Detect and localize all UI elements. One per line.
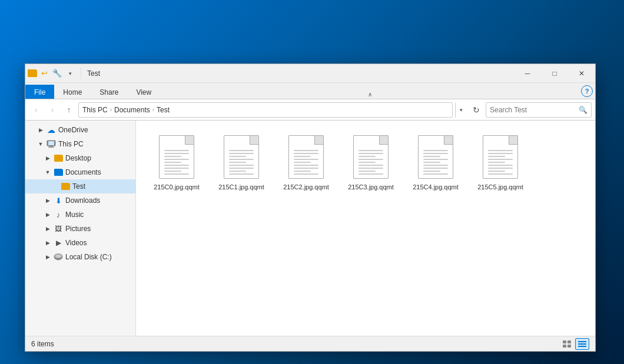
- up-button[interactable]: ↑: [62, 103, 76, 117]
- sidebar-label-downloads: Downloads: [65, 196, 100, 205]
- doc-line: [423, 153, 448, 154]
- view-buttons: [560, 338, 589, 350]
- back-button[interactable]: ‹: [29, 103, 43, 117]
- file-icon: [220, 133, 263, 181]
- sidebar-item-thispc[interactable]: ▼ This PC: [25, 137, 135, 151]
- tab-share[interactable]: Share: [91, 85, 127, 99]
- doc-line: [294, 165, 318, 166]
- sidebar-item-downloads[interactable]: ▶ ⬇ Downloads: [25, 193, 135, 208]
- doc-line: [164, 159, 189, 160]
- doc-line: [229, 156, 246, 157]
- quick-access-properties[interactable]: 🔧: [51, 68, 63, 79]
- search-box[interactable]: 🔍: [486, 102, 592, 118]
- sidebar-item-videos[interactable]: ▶ ▶ Videos: [25, 236, 135, 250]
- doc-line: [359, 173, 383, 175]
- svg-rect-8: [567, 340, 571, 343]
- file-icon: [350, 133, 392, 181]
- doc-line: [164, 171, 181, 172]
- doc-line: [229, 173, 254, 175]
- file-item[interactable]: 215C0.jpg.qqmt: [150, 130, 203, 195]
- doc-lines: [164, 150, 189, 175]
- quick-access-undo[interactable]: ↩: [38, 68, 50, 79]
- sidebar-item-documents[interactable]: ▼ Documents: [25, 165, 135, 179]
- doc-line: [164, 162, 181, 163]
- minimize-button[interactable]: ─: [514, 64, 541, 83]
- expand-arrow-music: ▶: [44, 211, 51, 218]
- search-input[interactable]: [490, 106, 579, 114]
- sidebar-label-pictures: Pictures: [65, 225, 91, 233]
- doc-line: [488, 153, 513, 154]
- doc-line: [294, 162, 311, 163]
- expand-arrow-desktop: ▶: [44, 155, 51, 162]
- file-item[interactable]: 215C5.jpg.qqmt: [474, 130, 527, 195]
- doc-line: [164, 156, 181, 157]
- doc-line: [423, 173, 448, 175]
- quick-access-dropdown[interactable]: ▾: [64, 68, 76, 79]
- doc-line: [423, 159, 448, 160]
- ribbon-collapse-icon[interactable]: ∧: [366, 90, 374, 99]
- file-name: 215C5.jpg.qqmt: [477, 183, 523, 191]
- sidebar-item-drive-c[interactable]: ▶ Local Disk (C:): [25, 250, 135, 264]
- file-item[interactable]: 215C1.jpg.qqmt: [215, 130, 268, 195]
- expand-arrow-videos: ▶: [44, 239, 51, 246]
- doc-line: [294, 150, 318, 151]
- file-item[interactable]: 215C3.jpg.qqmt: [344, 130, 397, 195]
- doc-line: [488, 156, 505, 157]
- file-name: 215C1.jpg.qqmt: [218, 183, 264, 191]
- file-name: 215C0.jpg.qqmt: [154, 183, 200, 191]
- doc-line: [488, 150, 513, 151]
- path-dropdown-button[interactable]: ▾: [455, 102, 467, 118]
- expand-arrow-drive-c: ▶: [44, 253, 51, 261]
- maximize-button[interactable]: □: [541, 64, 568, 83]
- path-test: Test: [157, 106, 170, 114]
- path-arrow-2: ›: [152, 106, 154, 113]
- address-path[interactable]: This PC › Documents › Test: [78, 102, 453, 118]
- doc-line: [423, 162, 440, 163]
- document-icon: [288, 135, 324, 179]
- thispc-icon: [47, 139, 56, 149]
- doc-line: [359, 168, 383, 169]
- file-item[interactable]: 215C4.jpg.qqmt: [409, 130, 462, 195]
- tab-file[interactable]: File: [25, 85, 54, 99]
- file-icon: [285, 133, 327, 181]
- sidebar-item-desktop[interactable]: ▶ Desktop: [25, 151, 135, 165]
- status-bar: 6 items: [25, 336, 595, 351]
- doc-line: [359, 171, 376, 172]
- doc-line: [164, 165, 189, 166]
- expand-arrow-documents: ▼: [44, 169, 51, 176]
- doc-line: [359, 159, 383, 160]
- doc-lines: [423, 150, 448, 175]
- path-this-pc: This PC: [82, 106, 108, 114]
- tab-home[interactable]: Home: [54, 85, 91, 99]
- document-icon: [353, 135, 389, 179]
- doc-line: [229, 153, 254, 154]
- svg-rect-2: [49, 146, 53, 147]
- search-icon[interactable]: 🔍: [579, 106, 588, 114]
- doc-line: [164, 150, 189, 151]
- test-folder-icon: [61, 182, 70, 191]
- sidebar-item-test[interactable]: ▶ Test: [25, 179, 135, 193]
- sidebar-item-pictures[interactable]: ▶ 🖼 Pictures: [25, 222, 135, 236]
- sidebar-item-onedrive[interactable]: ▶ ☁ OneDrive: [25, 123, 135, 137]
- forward-button[interactable]: ›: [45, 103, 59, 117]
- help-button[interactable]: ?: [581, 85, 593, 97]
- document-icon: [418, 135, 453, 179]
- doc-lines: [229, 150, 254, 175]
- window-controls: ─ □ ✕: [514, 64, 595, 83]
- doc-line: [294, 156, 311, 157]
- svg-point-6: [55, 255, 61, 258]
- doc-line: [164, 173, 189, 175]
- svg-rect-13: [578, 346, 586, 347]
- doc-line: [294, 171, 311, 172]
- file-icon: [479, 133, 522, 181]
- sidebar-item-music[interactable]: ▶ ♪ Music: [25, 208, 135, 222]
- view-list-button[interactable]: [575, 338, 589, 350]
- doc-lines: [488, 150, 513, 175]
- refresh-button[interactable]: ↻: [469, 103, 483, 117]
- close-button[interactable]: ✕: [568, 64, 595, 83]
- doc-line: [359, 162, 376, 163]
- view-grid-button[interactable]: [560, 338, 574, 350]
- file-icon: [414, 133, 457, 181]
- tab-view[interactable]: View: [127, 85, 160, 99]
- file-item[interactable]: 215C2.jpg.qqmt: [280, 130, 333, 195]
